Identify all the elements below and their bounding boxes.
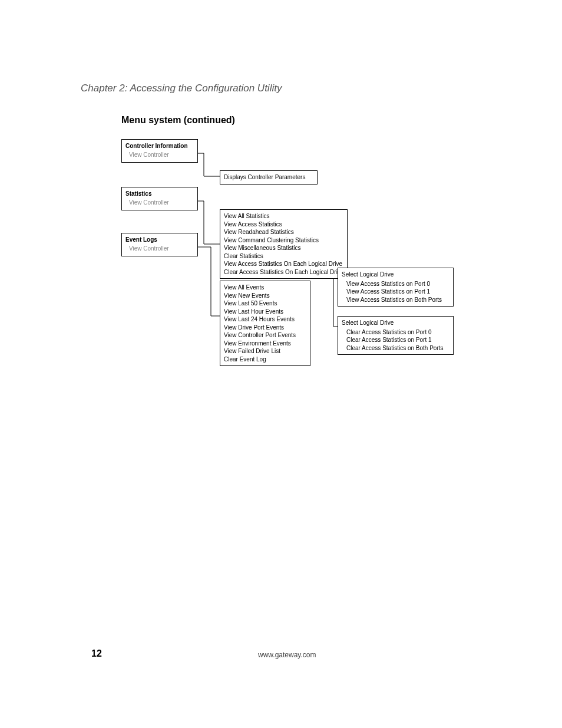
view-ld-item: View Access Statistics on Port 1 (346, 288, 449, 296)
controller-info-box: Controller Information View Controller (121, 139, 198, 163)
footer-url: www.gateway.com (258, 651, 316, 659)
stat-item: View Miscellaneous Statistics (224, 244, 343, 252)
event-item: View Last 50 Events (224, 299, 306, 308)
clear-ld-header: Select Logical Drive (342, 319, 449, 327)
stat-item: View Command Clustering Statistics (224, 236, 343, 245)
controller-params-box: Displays Controller Parameters (220, 170, 318, 185)
event-item: View All Events (224, 284, 306, 292)
stat-item: View All Statistics (224, 212, 343, 220)
statistics-item: View Controller (129, 199, 194, 207)
event-item: View Failed Drive List (224, 347, 306, 355)
event-item: Clear Event Log (224, 355, 306, 364)
view-ld-item: View Access Statistics on Both Ports (346, 296, 449, 304)
event-item: View Controller Port Events (224, 331, 306, 340)
view-ld-header: Select Logical Drive (342, 271, 449, 279)
stat-item: View Readahead Statistics (224, 228, 343, 236)
event-item: View Drive Port Events (224, 324, 306, 332)
event-item: View New Events (224, 292, 306, 300)
event-logs-title: Event Logs (125, 236, 194, 244)
event-logs-list: View All Events View New Events View Las… (220, 281, 310, 366)
statistics-box: Statistics View Controller (121, 187, 198, 210)
event-item: View Last 24 Hours Events (224, 315, 306, 324)
statistics-list: View All Statistics View Access Statisti… (220, 209, 348, 279)
event-logs-box: Event Logs View Controller (121, 233, 198, 256)
document-page: Chapter 2: Accessing the Configuration U… (0, 0, 562, 728)
statistics-title: Statistics (125, 190, 194, 198)
section-heading: Menu system (continued) (121, 115, 235, 126)
menu-diagram: Controller Information View Controller D… (121, 139, 546, 393)
page-number: 12 (91, 648, 102, 659)
event-item: View Last Hour Events (224, 308, 306, 316)
stat-item: Clear Access Statistics On Each Logical … (224, 268, 343, 276)
stat-item: View Access Statistics On Each Logical D… (224, 260, 343, 268)
clear-ld-item: Clear Access Statistics on Port 0 (346, 328, 449, 337)
event-item: View Environment Events (224, 340, 306, 348)
chapter-heading: Chapter 2: Accessing the Configuration U… (81, 83, 282, 94)
stat-item: View Access Statistics (224, 220, 343, 229)
stat-item: Clear Statistics (224, 252, 343, 261)
controller-params-text: Displays Controller Parameters (224, 173, 313, 182)
clear-ld-item: Clear Access Statistics on Both Ports (346, 344, 449, 353)
view-ld-item: View Access Statistics on Port 0 (346, 280, 449, 288)
clear-ld-box: Select Logical Drive Clear Access Statis… (338, 316, 454, 355)
clear-ld-item: Clear Access Statistics on Port 1 (346, 336, 449, 344)
controller-info-title: Controller Information (125, 142, 194, 150)
view-ld-box: Select Logical Drive View Access Statist… (338, 268, 454, 307)
controller-info-item: View Controller (129, 151, 194, 159)
event-logs-item: View Controller (129, 245, 194, 253)
